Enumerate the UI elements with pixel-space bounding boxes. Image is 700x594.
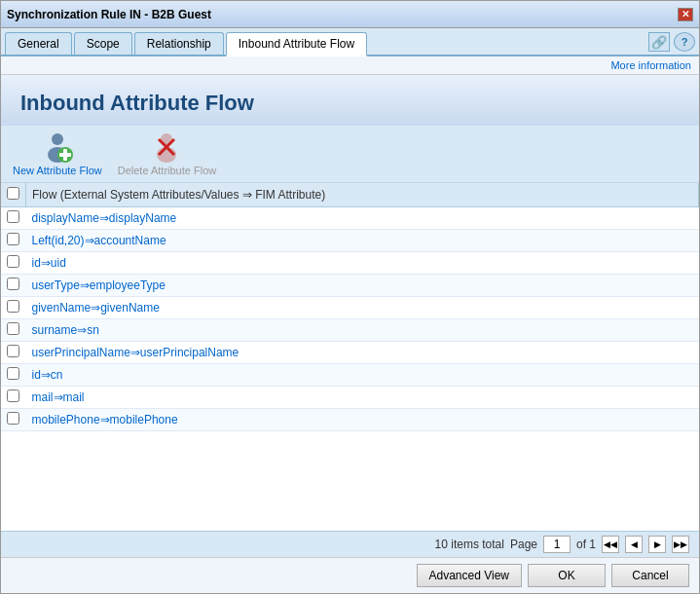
main-window: Synchronization Rule IN - B2B Guest ✕ Ge… [0,0,700,594]
table-row: mobilePhone⇒mobilePhone [1,409,699,431]
row-checkbox[interactable] [7,390,19,402]
new-attribute-flow-icon [42,131,73,163]
delete-attribute-flow-label: Delete Attribute Flow [118,165,217,176]
table-area: Flow (External System Attributes/Values … [1,183,699,531]
flow-link[interactable]: userType⇒employeeType [32,278,166,292]
footer-bar: 10 items total Page of 1 ◀◀ ◀ ▶ ▶▶ [1,531,699,557]
flow-link[interactable]: userPrincipalName⇒userPrincipalName [32,346,239,359]
select-all-checkbox[interactable] [7,187,19,200]
flow-table: Flow (External System Attributes/Values … [1,183,699,431]
page-label: Page [510,538,537,551]
tab-actions: 🔗 ? [648,32,695,55]
row-checkbox[interactable] [7,300,19,313]
tabs-row: General Scope Relationship Inbound Attri… [1,28,699,56]
flow-link[interactable]: mobilePhone⇒mobilePhone [32,413,178,427]
flow-link[interactable]: mail⇒mail [32,390,85,404]
flow-link[interactable]: givenName⇒givenName [32,301,160,315]
row-checkbox[interactable] [7,210,19,223]
page-input[interactable] [543,536,571,553]
shortcut-button[interactable]: 🔗 [648,32,670,52]
flow-link[interactable]: id⇒cn [32,368,63,382]
col-check [1,183,26,207]
help-icon: ? [682,36,688,48]
tab-general[interactable]: General [5,32,72,55]
row-checkbox[interactable] [7,233,19,245]
new-attribute-flow-button[interactable]: New Attribute Flow [13,131,102,176]
help-button[interactable]: ? [674,32,695,52]
shortcut-icon: 🔗 [651,35,667,50]
next-page-button[interactable]: ▶ [648,536,666,553]
first-page-button[interactable]: ◀◀ [602,536,619,553]
svg-rect-4 [59,153,71,157]
bottom-bar: Advanced View OK Cancel [1,557,699,593]
tab-scope[interactable]: Scope [74,32,132,55]
row-checkbox[interactable] [7,412,19,425]
flow-link[interactable]: id⇒uid [32,256,66,270]
page-title: Inbound Attribute Flow [20,91,680,116]
table-row: userPrincipalName⇒userPrincipalName [1,342,699,364]
more-info-row: More information [1,56,699,75]
table-row: surname⇒sn [1,319,699,342]
table-row: givenName⇒givenName [1,297,699,319]
toolbar: New Attribute Flow Delete Attribute Flow [1,126,699,183]
row-checkbox[interactable] [7,255,19,268]
ok-button[interactable]: OK [528,564,606,587]
tab-relationship[interactable]: Relationship [134,32,224,55]
row-checkbox[interactable] [7,367,19,380]
col-flow-header: Flow (External System Attributes/Values … [26,183,699,207]
tabs-container: General Scope Relationship Inbound Attri… [5,32,367,55]
title-bar: Synchronization Rule IN - B2B Guest ✕ [1,1,699,28]
tab-inbound-attribute-flow[interactable]: Inbound Attribute Flow [226,32,367,56]
prev-page-button[interactable]: ◀ [625,536,643,553]
page-header: Inbound Attribute Flow [1,75,699,126]
row-checkbox[interactable] [7,345,19,357]
content-area: More information Inbound Attribute Flow [1,56,699,557]
more-info-link[interactable]: More information [610,59,691,71]
delete-attribute-flow-button[interactable]: Delete Attribute Flow [118,131,217,176]
table-row: Left(id,20)⇒accountName [1,230,699,252]
row-checkbox[interactable] [7,278,19,290]
advanced-view-button[interactable]: Advanced View [417,564,523,587]
table-row: mail⇒mail [1,387,699,409]
table-row: id⇒uid [1,252,699,275]
flow-link[interactable]: surname⇒sn [32,323,99,337]
row-checkbox[interactable] [7,322,19,335]
cancel-button[interactable]: Cancel [611,564,689,587]
last-page-button[interactable]: ▶▶ [672,536,689,553]
table-row: displayName⇒displayName [1,207,699,230]
flow-link[interactable]: displayName⇒displayName [32,211,177,225]
new-attribute-flow-label: New Attribute Flow [13,165,102,176]
close-button[interactable]: ✕ [678,8,693,21]
table-row: userType⇒employeeType [1,275,699,297]
table-row: id⇒cn [1,364,699,387]
flow-link[interactable]: Left(id,20)⇒accountName [32,234,166,247]
delete-attribute-flow-icon [151,131,182,163]
svg-point-0 [52,133,63,145]
page-of: of 1 [576,538,596,551]
items-total: 10 items total [435,538,504,551]
window-title: Synchronization Rule IN - B2B Guest [7,8,211,21]
